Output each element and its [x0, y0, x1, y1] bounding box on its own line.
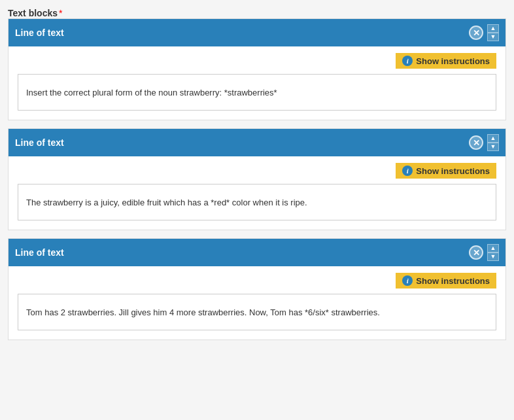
text-block-1: Line of text ✕ ▲ ▼ i Show instructions I	[8, 18, 506, 120]
show-instructions-btn-1[interactable]: i Show instructions	[396, 53, 496, 69]
block-arrow-controls-3: ▲ ▼	[487, 244, 499, 261]
text-content-1: Insert the correct plural form of the no…	[18, 74, 496, 111]
show-instructions-btn-3[interactable]: i Show instructions	[396, 273, 496, 289]
block-body-1: i Show instructions Insert the correct p…	[9, 46, 505, 120]
block-header-2: Line of text ✕ ▲ ▼	[9, 129, 505, 156]
block-controls-1: ✕ ▲ ▼	[469, 24, 499, 41]
block-arrow-down-btn-2[interactable]: ▼	[487, 143, 499, 151]
block-body-3: i Show instructions Tom has 2 strawberri…	[9, 266, 505, 340]
block-header-title-3: Line of text	[15, 247, 64, 258]
text-content-2: The strawberry is a juicy, edible fruit …	[18, 184, 496, 220]
block-arrow-controls-2: ▲ ▼	[487, 134, 499, 151]
blocks-container: Line of text ✕ ▲ ▼ i Show instructions I	[8, 18, 506, 340]
show-instructions-btn-2[interactable]: i Show instructions	[396, 163, 496, 179]
block-close-btn-1[interactable]: ✕	[469, 26, 483, 40]
block-body-2: i Show instructions The strawberry is a …	[9, 156, 505, 230]
block-arrow-down-btn-1[interactable]: ▼	[487, 33, 499, 41]
instructions-row-2: i Show instructions	[18, 163, 496, 179]
block-header-title-1: Line of text	[15, 27, 64, 38]
info-icon-3: i	[402, 275, 413, 286]
info-icon-1: i	[402, 56, 413, 66]
block-arrow-down-btn-3[interactable]: ▼	[487, 253, 499, 261]
block-arrow-controls-1: ▲ ▼	[487, 24, 499, 41]
text-content-3: Tom has 2 strawberries. Jill gives him 4…	[18, 294, 496, 330]
block-header-1: Line of text ✕ ▲ ▼	[9, 19, 505, 46]
block-controls-2: ✕ ▲ ▼	[469, 134, 499, 151]
section-header: Text blocks*	[8, 8, 506, 18]
instructions-label-3: Show instructions	[416, 276, 490, 286]
block-controls-3: ✕ ▲ ▼	[469, 244, 499, 261]
section-title: Text blocks	[8, 8, 58, 18]
text-block-2: Line of text ✕ ▲ ▼ i Show instructions T	[8, 128, 506, 230]
required-indicator: *	[59, 8, 62, 18]
text-block-3: Line of text ✕ ▲ ▼ i Show instructions T	[8, 238, 506, 340]
block-close-btn-2[interactable]: ✕	[469, 135, 483, 150]
instructions-label-2: Show instructions	[416, 166, 490, 176]
instructions-row-1: i Show instructions	[18, 53, 496, 69]
block-arrow-up-btn-2[interactable]: ▲	[487, 134, 499, 143]
info-icon-2: i	[402, 166, 413, 176]
block-arrow-up-btn-3[interactable]: ▲	[487, 244, 499, 253]
block-arrow-up-btn-1[interactable]: ▲	[487, 24, 499, 33]
block-close-btn-3[interactable]: ✕	[469, 245, 483, 260]
instructions-row-3: i Show instructions	[18, 273, 496, 289]
instructions-label-1: Show instructions	[416, 56, 490, 66]
block-header-title-2: Line of text	[15, 137, 64, 148]
block-header-3: Line of text ✕ ▲ ▼	[9, 239, 505, 266]
